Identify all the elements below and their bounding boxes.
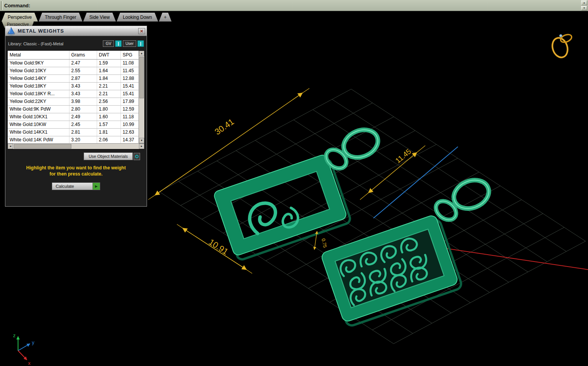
horizontal-scroll-thumb[interactable] — [14, 144, 71, 149]
pendant-left-bail[interactable] — [322, 125, 382, 172]
metal-row[interactable]: Yellow Gold:18KY 3.43 2.21 15.41 — [8, 82, 144, 90]
dwt-cell[interactable]: 1.80 — [97, 105, 121, 113]
metal-name-cell[interactable]: Yellow Gold:14KY — [8, 75, 69, 82]
command-input[interactable] — [30, 0, 581, 11]
dialog-body: Library: Classic - (Fast)-Metal GV ❙ Use… — [5, 36, 147, 190]
metal-row[interactable]: Yellow Gold:22KY 3.98 2.56 17.89 — [8, 98, 144, 105]
metal-row[interactable]: Yellow Gold:10KY 2.55 1.64 11.45 — [8, 67, 144, 75]
metal-name-cell[interactable]: Yellow Gold:10KY — [8, 67, 69, 75]
scroll-down-icon[interactable]: ▼ — [139, 138, 144, 143]
calculate-button[interactable]: Calculate ▶ — [52, 182, 100, 190]
dwt-cell[interactable]: 1.81 — [97, 128, 121, 136]
materials-row: Use Object Materials — [7, 152, 140, 160]
metal-row[interactable]: Yellow Gold:14KY 2.87 1.84 12.88 — [8, 75, 144, 82]
metal-name-cell[interactable]: Yellow Gold:22KY — [8, 98, 69, 105]
grams-cell[interactable]: 2.80 — [69, 105, 97, 113]
metal-name-cell[interactable]: White Gold:10KW — [8, 121, 69, 128]
dwt-cell[interactable]: 1.64 — [97, 67, 121, 75]
vertical-scrollbar[interactable]: ▲ ▼ — [139, 51, 144, 143]
dim-item-label: 10.91 — [207, 237, 230, 257]
tab-looking-down[interactable]: Looking Down — [117, 13, 158, 22]
dwt-cell[interactable]: 2.06 — [97, 136, 121, 144]
metal-row[interactable]: White Gold:10KW 2.45 1.57 10.99 — [8, 121, 144, 128]
pendant-left-model[interactable] — [213, 153, 352, 262]
dialog-title-bar[interactable]: METAL WEIGHTS ✕ — [5, 26, 147, 36]
tab-side-view[interactable]: Side View — [83, 13, 116, 22]
library-label: Library: Classic - (Fast)-Metal — [8, 41, 63, 46]
calculate-row: Calculate ▶ — [7, 182, 145, 190]
grams-cell[interactable]: 2.87 — [69, 75, 97, 82]
close-icon[interactable]: ✕ — [138, 28, 145, 34]
metal-name-cell[interactable]: White Gold:9K PdW — [8, 105, 69, 113]
grams-cell[interactable]: 3.20 — [69, 136, 97, 144]
command-bar: Command: ▲ ▼ — [0, 0, 588, 11]
spinner-down-button[interactable]: ▼ — [581, 6, 587, 11]
library-row: Library: Classic - (Fast)-Metal GV ❙ Use… — [8, 40, 144, 47]
calculate-label: Calculate — [56, 184, 74, 189]
dwt-cell[interactable]: 2.21 — [97, 90, 121, 98]
vertical-scroll-thumb[interactable] — [139, 57, 144, 98]
user-toggle-button[interactable]: ❙ — [137, 40, 144, 47]
metal-name-cell[interactable]: White Gold:10KX1 — [8, 113, 69, 121]
scroll-right-icon[interactable]: ► — [139, 144, 144, 149]
col-header-metal[interactable]: Metal — [8, 51, 69, 59]
metal-row[interactable]: Yellow Gold:9KY 2.47 1.59 11.08 — [8, 59, 144, 67]
tab-label: Through Finger — [45, 15, 76, 20]
grams-cell[interactable]: 3.43 — [69, 82, 97, 90]
metal-name-cell[interactable]: White Gold:14K PdW — [8, 136, 69, 144]
horizontal-scrollbar[interactable]: ◄ ► — [8, 143, 144, 149]
dwt-cell[interactable]: 1.57 — [97, 121, 121, 128]
metal-row[interactable]: White Gold:14K PdW 3.20 2.06 14.37 — [8, 136, 144, 144]
metal-row[interactable]: White Gold:14KX1 2.81 1.81 12.63 — [8, 128, 144, 136]
axis-z-label: z — [13, 333, 16, 338]
tab-perspective[interactable]: Perspective — [2, 13, 38, 22]
pendant-right-bail[interactable] — [432, 175, 493, 224]
metal-name-cell[interactable]: White Gold:14KX1 — [8, 128, 69, 136]
add-viewport-tab-button[interactable]: + — [159, 13, 172, 22]
metal-row[interactable]: White Gold:10KX1 2.49 1.60 11.18 — [8, 113, 144, 121]
gv-toggle-button[interactable]: ❙ — [115, 40, 122, 47]
metal-name-cell[interactable]: Yellow Gold:18KY R... — [8, 90, 69, 98]
tab-through-finger[interactable]: Through Finger — [39, 13, 83, 22]
metal-row[interactable]: White Gold:9K PdW 2.80 1.80 12.59 — [8, 105, 144, 113]
dwt-cell[interactable]: 1.59 — [97, 59, 121, 67]
command-label: Command: — [4, 3, 30, 8]
col-header-grams[interactable]: Grams — [69, 51, 97, 59]
grams-cell[interactable]: 2.45 — [69, 121, 97, 128]
dwt-cell[interactable]: 2.21 — [97, 82, 121, 90]
dwt-cell[interactable]: 1.84 — [97, 75, 121, 82]
metal-row[interactable]: Yellow Gold:18KY R... 3.43 2.21 15.41 — [8, 90, 144, 98]
gv-label: GV — [103, 40, 114, 47]
pendant-right-model[interactable] — [320, 214, 463, 328]
metal-table: Metal Grams DWT SPG Yellow Gold:9KY 2.47… — [8, 51, 145, 144]
dim-thickness-label: 0.75 — [320, 238, 328, 248]
grams-cell[interactable]: 3.43 — [69, 90, 97, 98]
toolbar-grip[interactable] — [1, 1, 3, 10]
grams-cell[interactable]: 3.98 — [69, 98, 97, 105]
axis-x-label: x — [28, 360, 31, 366]
tab-label: Looking Down — [123, 15, 152, 20]
grams-cell[interactable]: 2.55 — [69, 67, 97, 75]
app-window: Command: ▲ ▼ Perspective Through Finger … — [0, 0, 588, 366]
plus-icon: + — [164, 15, 167, 20]
grams-cell[interactable]: 2.81 — [69, 128, 97, 136]
dwt-cell[interactable]: 1.60 — [97, 113, 121, 121]
user-label: User — [123, 40, 136, 47]
instruction-line-1: Highlight the item you want to find the … — [10, 165, 142, 171]
grams-cell[interactable]: 2.47 — [69, 59, 97, 67]
spinner-up-button[interactable]: ▲ — [581, 0, 587, 5]
cplane-y-axis-line — [373, 147, 458, 218]
materials-indicator-icon[interactable] — [134, 153, 140, 160]
metal-name-cell[interactable]: Yellow Gold:9KY — [8, 59, 69, 67]
metal-table-container: Metal Grams DWT SPG Yellow Gold:9KY 2.47… — [7, 50, 145, 149]
metal-weights-icon — [7, 27, 15, 35]
grams-cell[interactable]: 2.49 — [69, 113, 97, 121]
instruction-text: Highlight the item you want to find the … — [10, 165, 142, 177]
metal-name-cell[interactable]: Yellow Gold:18KY — [8, 82, 69, 90]
viewport-tab-bar: Perspective Through Finger Side View Loo… — [0, 11, 588, 22]
scroll-up-icon[interactable]: ▲ — [139, 51, 144, 56]
dwt-cell[interactable]: 2.56 — [97, 98, 121, 105]
scroll-left-icon[interactable]: ◄ — [8, 144, 13, 149]
use-object-materials-button[interactable]: Use Object Materials — [84, 152, 133, 160]
col-header-dwt[interactable]: DWT — [97, 51, 121, 59]
